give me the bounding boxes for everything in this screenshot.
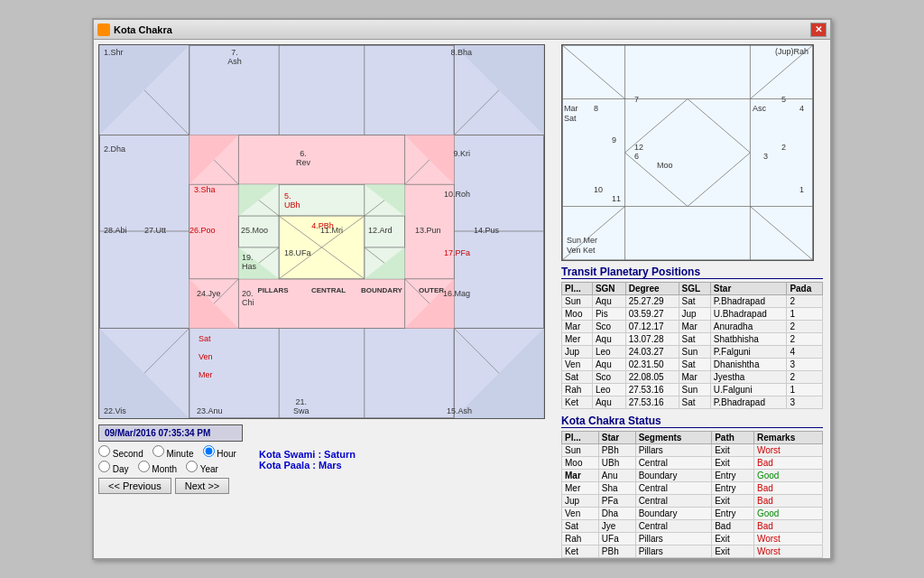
svg-marker-45 bbox=[454, 45, 544, 135]
stat-col-segments: Segments bbox=[635, 432, 712, 444]
natal-num8: 8 bbox=[594, 104, 598, 113]
label-2dha: 2.Dha bbox=[104, 144, 125, 154]
natal-sun-mer-ven-ket: Sun MerVen Ket bbox=[567, 236, 597, 256]
svg-line-12 bbox=[189, 279, 239, 329]
svg-line-22 bbox=[365, 247, 405, 279]
transit-title: Transit Planetary Positions bbox=[561, 266, 823, 279]
next-button[interactable]: Next >> bbox=[175, 478, 230, 494]
svg-marker-52 bbox=[238, 184, 279, 216]
window-title: Kota Chakra bbox=[114, 24, 810, 35]
natal-moo: Moo bbox=[657, 161, 673, 170]
radio-day[interactable]: Day bbox=[98, 461, 129, 474]
svg-marker-50 bbox=[189, 279, 239, 329]
label-25moo: 25.Moo bbox=[241, 226, 268, 235]
label-12ard: 12.Ard bbox=[368, 226, 393, 235]
prev-button[interactable]: << Previous bbox=[98, 478, 171, 494]
natal-num1: 1 bbox=[799, 185, 804, 194]
status-row: MarAnuBoundaryEntryGood bbox=[562, 470, 823, 482]
col-planet: Pl... bbox=[562, 283, 593, 295]
app-icon bbox=[97, 23, 110, 36]
label-23anu: 23.Anu bbox=[197, 406, 223, 415]
transit-row: SatSco22.08.05MarJyestha2 bbox=[562, 371, 823, 384]
status-row: MerShaCentralEntryBad bbox=[562, 482, 823, 495]
svg-line-1 bbox=[99, 45, 189, 135]
natal-num4: 4 bbox=[799, 104, 804, 113]
col-pada: Pada bbox=[787, 283, 823, 295]
svg-marker-46 bbox=[99, 328, 189, 418]
status-row: SatJyeCentralBadBad bbox=[562, 520, 823, 533]
label-9kri: 9.Kri bbox=[453, 149, 470, 158]
chakra-panel: 1.Shr 7.Ash 8.Bha 2.Dha 3.Sha 4.PBh 5.UB… bbox=[94, 40, 554, 558]
svg-marker-48 bbox=[189, 135, 239, 185]
transit-row: VenAqu02.31.50SatDhanishtha3 bbox=[562, 359, 823, 371]
radio-minute[interactable]: Minute bbox=[152, 445, 194, 459]
natal-num9: 9 bbox=[612, 135, 616, 144]
natal-jup-rah: (Jup)Rah bbox=[775, 47, 808, 56]
label-10roh: 10.Roh bbox=[444, 190, 470, 199]
section-labels: PILLARS CENTRAL BOUNDARY OUTER bbox=[244, 286, 510, 294]
swami-label1: Kota Swami : Saturn bbox=[259, 449, 356, 460]
col-star: Star bbox=[710, 283, 787, 295]
col-sgl: SGL bbox=[679, 283, 710, 295]
close-icon[interactable]: ✕ bbox=[810, 23, 827, 37]
planet-ven: Ven bbox=[199, 352, 213, 361]
svg-marker-44 bbox=[99, 45, 189, 135]
label-8bha: 8.Bha bbox=[450, 48, 472, 57]
label-15ash: 15.Ash bbox=[447, 406, 472, 415]
svg-line-2 bbox=[454, 45, 544, 135]
svg-line-20 bbox=[365, 184, 405, 216]
transit-row: JupLeo24.03.27SunP.Falguni4 bbox=[562, 346, 823, 359]
radio-month[interactable]: Month bbox=[138, 461, 178, 474]
status-row: SunPBhPillarsExitWorst bbox=[562, 444, 823, 457]
natal-num6: 6 bbox=[634, 152, 639, 161]
svg-line-10 bbox=[189, 135, 239, 185]
main-window: Kota Chakra ✕ bbox=[92, 18, 832, 560]
svg-line-19 bbox=[238, 184, 279, 216]
status-row: KetPBhPillarsExitWorst bbox=[562, 545, 823, 558]
status-row: VenDhaBoundaryEntryGood bbox=[562, 508, 823, 520]
col-sgn: SGN bbox=[592, 283, 625, 295]
label-26poo: 26.Poo bbox=[189, 226, 216, 235]
planet-sat: Sat bbox=[199, 334, 211, 343]
transit-row: RahLeo27.53.16SunU.Falguni1 bbox=[562, 384, 823, 396]
stat-col-planet: Pl... bbox=[562, 432, 599, 444]
stat-col-star: Star bbox=[598, 432, 635, 444]
label-27utt: 27.Utt bbox=[144, 226, 166, 235]
transit-row: MarSco07.12.17MarAnuradha2 bbox=[562, 321, 823, 333]
svg-marker-49 bbox=[405, 135, 455, 185]
natal-num12: 12 bbox=[634, 143, 643, 152]
natal-num11: 11 bbox=[612, 194, 621, 203]
svg-marker-53 bbox=[365, 184, 405, 216]
label-5ubh: 5.UBh bbox=[284, 191, 300, 210]
status-table: Pl... Star Segments Path Remarks SunPBhP… bbox=[561, 431, 823, 558]
label-11mri: 11.Mri bbox=[320, 226, 343, 235]
datetime-display: 09/Mar/2016 07:35:34 PM bbox=[98, 424, 243, 442]
natal-chart: (Jup)Rah MarSat 7 8 Asc 5 4 6 3 9 12 2 M… bbox=[561, 44, 814, 261]
radio-second[interactable]: Second bbox=[98, 445, 143, 459]
stat-col-path: Path bbox=[712, 432, 754, 444]
label-13pun: 13.Pun bbox=[415, 226, 441, 235]
label-7ash: 7.Ash bbox=[194, 48, 275, 66]
natal-num7: 7 bbox=[634, 95, 639, 104]
natal-num3: 3 bbox=[763, 152, 768, 161]
label-22vis: 22.Vis bbox=[104, 406, 126, 415]
natal-num10: 10 bbox=[594, 185, 603, 194]
svg-line-3 bbox=[99, 328, 189, 418]
label-21swa: 21.Swa bbox=[293, 397, 310, 415]
status-row: JupPFaCentralExitBad bbox=[562, 495, 823, 508]
info-panel: (Jup)Rah MarSat 7 8 Asc 5 4 6 3 9 12 2 M… bbox=[554, 40, 830, 558]
radio-year[interactable]: Year bbox=[186, 461, 218, 474]
radio-hour[interactable]: Hour bbox=[203, 445, 236, 459]
label-6rev: 6.Rev bbox=[296, 149, 310, 167]
col-degree: Degree bbox=[625, 283, 679, 295]
natal-asc: Asc bbox=[753, 104, 766, 113]
svg-marker-55 bbox=[365, 247, 405, 279]
label-3sha: 3.Sha bbox=[194, 185, 216, 194]
label-18ufa: 18.UFa bbox=[284, 248, 311, 257]
label-17pfa: 17.PFa bbox=[444, 248, 470, 257]
label-28abi: 28.Abi bbox=[104, 226, 127, 235]
swami-label2: Kota Paala : Mars bbox=[259, 460, 356, 471]
svg-marker-47 bbox=[454, 328, 544, 418]
title-bar: Kota Chakra ✕ bbox=[94, 20, 830, 40]
transit-row: SunAqu25.27.29SatP.Bhadrapad2 bbox=[562, 295, 823, 308]
